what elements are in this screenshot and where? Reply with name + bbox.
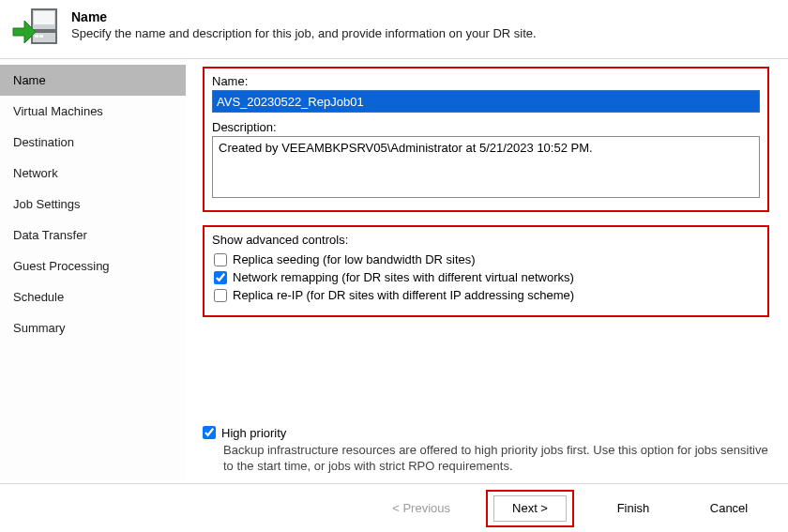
step-virtual-machines[interactable]: Virtual Machines [0, 96, 186, 127]
cancel-button[interactable]: Cancel [692, 495, 765, 522]
description-label: Description: [212, 120, 760, 134]
step-summary[interactable]: Summary [0, 312, 186, 343]
step-job-settings[interactable]: Job Settings [0, 189, 186, 220]
network-remapping-label: Network remapping (for DR sites with dif… [233, 270, 574, 284]
step-schedule[interactable]: Schedule [0, 281, 186, 312]
svg-rect-3 [35, 35, 38, 38]
wizard-steps: Name Virtual Machines Destination Networ… [0, 59, 186, 480]
replica-reip-option[interactable]: Replica re-IP (for DR sites with differe… [214, 288, 760, 302]
high-priority-checkbox[interactable] [203, 426, 216, 439]
step-destination[interactable]: Destination [0, 127, 186, 158]
previous-button: < Previous [379, 495, 463, 522]
high-priority-option[interactable]: High priority [203, 426, 769, 440]
name-label: Name: [212, 74, 760, 88]
replica-reip-checkbox[interactable] [214, 289, 227, 302]
network-remapping-option[interactable]: Network remapping (for DR sites with dif… [214, 270, 760, 284]
replica-seeding-option[interactable]: Replica seeding (for low bandwidth DR si… [214, 252, 760, 266]
page-title: Name [71, 9, 537, 24]
step-data-transfer[interactable]: Data Transfer [0, 220, 186, 251]
network-remapping-checkbox[interactable] [214, 271, 227, 284]
high-priority-block: High priority Backup infrastructure reso… [203, 426, 769, 475]
replica-seeding-checkbox[interactable] [214, 253, 227, 266]
name-description-group: Name: Description: [203, 67, 769, 212]
finish-button[interactable]: Finish [597, 495, 670, 522]
advanced-controls-group: Show advanced controls: Replica seeding … [203, 225, 769, 317]
replica-seeding-label: Replica seeding (for low bandwidth DR si… [233, 252, 476, 266]
svg-rect-4 [39, 35, 43, 38]
step-name[interactable]: Name [0, 65, 186, 96]
step-network[interactable]: Network [0, 158, 186, 189]
advanced-controls-label: Show advanced controls: [212, 233, 760, 247]
page-subtitle: Specify the name and description for thi… [71, 26, 537, 40]
high-priority-description: Backup infrastructure resources are offe… [223, 442, 769, 475]
job-description-input[interactable] [212, 136, 760, 198]
step-guest-processing[interactable]: Guest Processing [0, 251, 186, 281]
next-highlight: Next > [486, 490, 574, 527]
wizard-header: Name Specify the name and description fo… [0, 0, 788, 59]
next-button[interactable]: Next > [493, 495, 567, 522]
high-priority-label: High priority [221, 426, 286, 440]
svg-rect-1 [34, 11, 54, 24]
wizard-footer: < Previous Next > Finish Cancel [0, 483, 788, 532]
replica-reip-label: Replica re-IP (for DR sites with differe… [233, 288, 574, 302]
job-name-input[interactable] [212, 90, 760, 113]
wizard-icon [11, 8, 60, 49]
